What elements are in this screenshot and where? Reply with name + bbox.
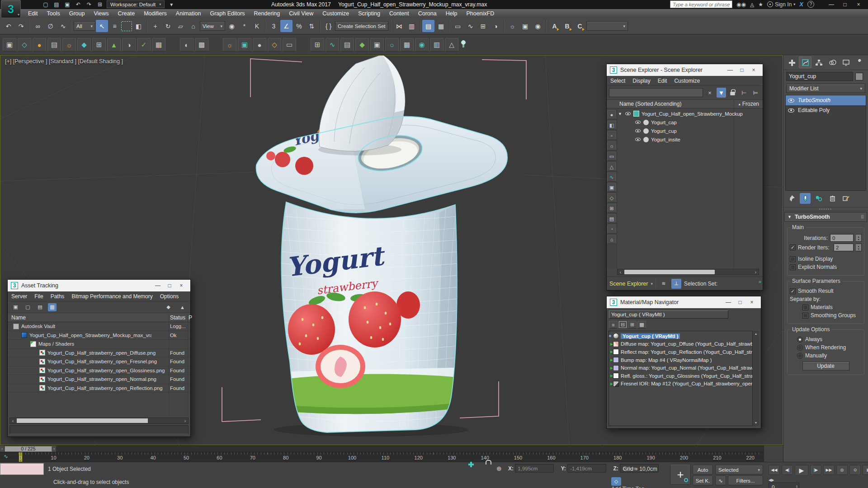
horizontal-scrollbar[interactable]: ‹ › [9, 418, 189, 424]
menu-item[interactable]: Tools [42, 10, 65, 17]
asset-row[interactable]: Yogurt_Cup_Half_strawberry_open_Diffuse.… [8, 349, 190, 358]
spinner-snap-icon[interactable]: ⇅ [306, 20, 318, 32]
display-filter-icon[interactable]: ⌂ [607, 235, 616, 244]
close-button[interactable]: × [746, 299, 758, 305]
window-minimize-button[interactable]: — [825, 1, 838, 8]
select-and-rotate-icon[interactable]: ↻ [162, 20, 174, 32]
plugin-toolbar-icon[interactable]: ⊞ [311, 38, 324, 52]
3dsmax-logo[interactable]: 3▾ [1, 0, 21, 18]
tab-motion[interactable] [826, 56, 839, 68]
display-filter-icon[interactable]: ▣ [607, 183, 616, 192]
smoothing-groups-checkbox[interactable] [802, 313, 808, 319]
scene-explorer-titlebar[interactable]: 3 Scene Explorer - Scene Explorer — □ × [607, 64, 763, 76]
go-to-end-icon[interactable]: ▶▶ [823, 465, 835, 475]
redo-icon[interactable]: ↷ [85, 0, 93, 8]
plugin-toolbar-icon[interactable]: ▣ [3, 38, 16, 52]
visibility-eye-icon[interactable] [635, 121, 641, 124]
maximize-button[interactable]: □ [736, 67, 748, 73]
plugin-toolbar-icon[interactable]: ◐ [180, 38, 193, 52]
plugin-toolbar-icon[interactable]: ◉ [415, 38, 429, 52]
maximize-button[interactable]: □ [734, 299, 746, 305]
minimize-button[interactable]: — [722, 299, 734, 305]
minimize-button[interactable]: — [152, 282, 164, 289]
select-by-name-icon[interactable]: ≡ [108, 20, 121, 32]
menu-item[interactable]: File [31, 293, 47, 300]
layer-view-icon[interactable]: ⊨ [751, 88, 760, 98]
zoom-icon[interactable]: ◎ [836, 465, 848, 475]
plugin-toolbar-icon[interactable]: ▣ [370, 38, 384, 52]
current-material-field[interactable]: Yogurt_cup ( VRayMtl ) [609, 310, 728, 319]
rectangular-selection-region-icon[interactable] [121, 21, 132, 31]
render-production-icon[interactable]: ◉ [532, 20, 544, 32]
update-button[interactable]: Update [802, 361, 849, 371]
plugin-toolbar-icon[interactable]: ▩ [195, 38, 208, 52]
key-step-icons[interactable]: ◀▶ [769, 478, 774, 482]
scrollbar-thumb[interactable] [624, 270, 715, 274]
material-tree-row[interactable]: Bump map: Map #4 ( VRayNormalMap ) [609, 356, 759, 364]
workspace-dropdown[interactable]: Workspace: Default ▾ [107, 0, 165, 8]
scroll-down-icon[interactable]: ▾ [755, 420, 757, 426]
go-to-start-icon[interactable]: ◀◀ [769, 465, 780, 475]
plugin-toolbar-icon[interactable]: ● [253, 38, 266, 52]
menu-item[interactable]: Group [65, 10, 90, 17]
tab-modify[interactable] [799, 56, 811, 68]
hierarchy-view-icon[interactable]: ⊢ [739, 88, 749, 98]
scene-tree-row[interactable]: ▼ Yogurt_Cup_Half_open_Strawberry_Mockup [617, 109, 762, 118]
panel-splitter[interactable]: ▪▪▪▪▪▪ [783, 207, 868, 211]
plugin-toolbar-icon[interactable]: ☼ [62, 38, 76, 52]
display-filter-icon[interactable]: ▫ [607, 131, 616, 140]
object-color-swatch[interactable] [855, 73, 863, 80]
make-unique-icon[interactable] [813, 193, 824, 204]
y-coordinate-field[interactable] [567, 464, 606, 473]
display-filter-icon[interactable]: ◔ [607, 225, 616, 234]
display-filter-icon[interactable]: ◧ [607, 121, 616, 130]
path-column-header[interactable]: P [189, 314, 192, 321]
display-filter-icon[interactable]: ⊞ [607, 204, 616, 213]
open-file-icon[interactable]: ▤ [52, 0, 61, 8]
horizontal-scrollbar[interactable]: ‹ › [617, 269, 759, 275]
frame-forward-button[interactable]: › [52, 446, 57, 452]
sign-in-button[interactable]: Sign In ▾ [767, 1, 795, 8]
tab-hierarchy[interactable] [812, 56, 825, 68]
explicit-normals-checkbox[interactable] [790, 264, 796, 270]
object-name-field[interactable] [786, 72, 853, 81]
asset-row[interactable]: Maps / Shaders [8, 340, 190, 349]
plugin-toolbar-icon[interactable]: ▤ [47, 38, 61, 52]
plugin-toolbar-icon[interactable]: ✓ [137, 38, 151, 52]
plugin-toolbar-icon[interactable]: △ [445, 38, 458, 52]
render-iters-checkbox[interactable]: ✓ [790, 244, 796, 250]
remove-modifier-icon[interactable] [827, 193, 838, 204]
visibility-eye-icon[interactable] [625, 112, 631, 116]
chevron-down-icon[interactable]: ▾ [651, 282, 653, 286]
tree-caret[interactable]: ▼ [618, 112, 623, 116]
smooth-result-checkbox[interactable]: ✓ [790, 288, 796, 294]
table-view-icon[interactable]: ▤ [36, 303, 44, 311]
menu-item[interactable]: Corona [414, 10, 441, 17]
scroll-left-icon[interactable]: ‹ [10, 418, 16, 423]
scroll-up-icon[interactable]: ▴ [755, 331, 757, 337]
angle-snap-icon[interactable]: ∠ [280, 20, 292, 32]
material-tree-row[interactable]: Diffuse map: Yogurt_cup_Dffuse (Yogurt_C… [609, 340, 759, 348]
plugin-toolbar-icon[interactable]: ◑ [122, 38, 136, 52]
render-iters-spinner[interactable]: ▴▾ [856, 244, 862, 251]
name-column-header[interactable]: Name (Sorted Ascending) [619, 101, 681, 107]
set-key-button[interactable]: Set K. [693, 476, 713, 485]
window-restore-button[interactable]: □ [838, 1, 852, 8]
vault-status-icon[interactable]: ▣ [11, 303, 20, 311]
menu-item[interactable]: Customize [670, 78, 703, 84]
visibility-eye-icon[interactable] [635, 138, 641, 141]
maximize-button[interactable]: □ [164, 282, 175, 289]
zoom-region-icon[interactable]: ⊙ [849, 465, 861, 475]
configure-modifier-sets-icon[interactable] [840, 193, 851, 204]
frozen-column-header[interactable]: ▴Frozen [739, 101, 759, 107]
hierarchy-icon[interactable]: ⊥ [671, 279, 681, 289]
plugin-toolbar-icon[interactable]: ▭ [283, 38, 296, 52]
name-column-header[interactable]: Name [11, 314, 26, 321]
manually-radio[interactable] [797, 353, 803, 359]
visibility-eye-icon[interactable] [635, 129, 641, 133]
x-coordinate-field[interactable] [515, 464, 554, 473]
plugin-toolbar-icon[interactable]: ⊞ [92, 38, 106, 52]
iterations-field[interactable]: 0 [830, 234, 854, 242]
key-filters-button[interactable]: Filters... [728, 476, 763, 485]
overflow-chevron-icon[interactable]: » [759, 279, 761, 284]
